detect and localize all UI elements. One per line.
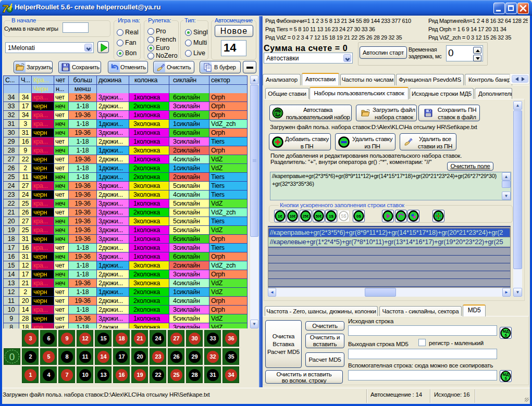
svg-text:5: 5 [504, 376, 506, 381]
svg-text:1€: 1€ [278, 214, 282, 219]
svg-text:0$: 0$ [356, 214, 361, 219]
svg-text:5: 5 [504, 333, 506, 338]
svg-text:7: 7 [2, 3, 9, 15]
svg-text:25€: 25€ [303, 214, 309, 218]
svg-text:1$: 1$ [329, 214, 333, 219]
svg-text:50€: 50€ [316, 214, 322, 218]
svg-text:ПН: ПН [275, 111, 281, 116]
svg-text:5$: 5$ [341, 213, 346, 219]
svg-text:10€: 10€ [290, 214, 296, 218]
